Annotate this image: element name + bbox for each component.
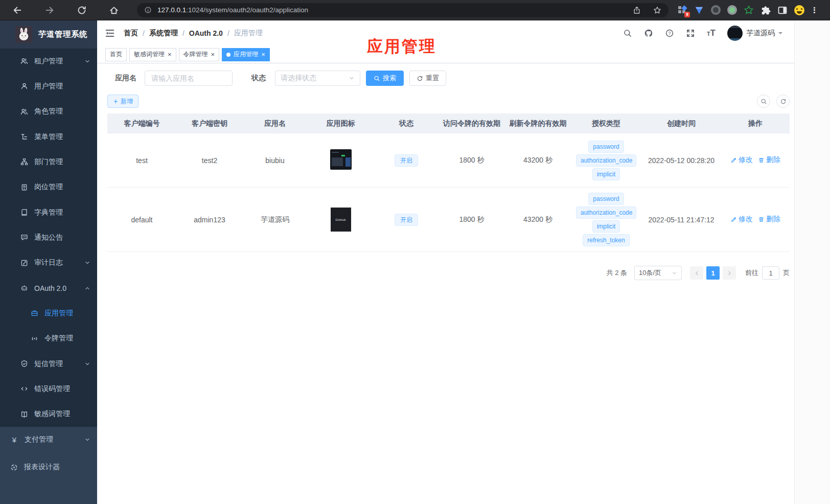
sidebar-item-oauth2-token[interactable]: 令牌管理 <box>0 326 97 351</box>
sidebar-item-tenant[interactable]: 租户管理 <box>0 49 97 74</box>
navbar-actions: 芋道源码 <box>623 26 782 41</box>
reload-icon[interactable] <box>77 5 87 15</box>
browser-menu-icon[interactable]: ⋮ <box>811 6 818 15</box>
close-icon[interactable]: × <box>211 51 215 58</box>
pencil-icon <box>730 216 737 223</box>
delete-label: 删除 <box>766 155 780 165</box>
status-select-placeholder: 请选择状态 <box>281 74 316 83</box>
sidebar-item-dict[interactable]: 字典管理 <box>0 200 97 225</box>
sidebar-item-role[interactable]: 角色管理 <box>0 99 97 124</box>
sidebar-item-label: 短信管理 <box>34 359 63 369</box>
grid-square <box>678 6 681 9</box>
notebook-icon <box>20 209 28 216</box>
sidebar-item-dept[interactable]: 部门管理 <box>0 149 97 174</box>
tab-sensitive-word[interactable]: 敏感词管理× <box>129 48 176 61</box>
sidebar-item-user[interactable]: 用户管理 <box>0 74 97 99</box>
back-icon[interactable] <box>12 5 22 15</box>
breadcrumb-system[interactable]: 系统管理 <box>149 29 178 38</box>
sidebar-item-pay[interactable]: 支付管理 <box>0 427 97 452</box>
toggle-search-button[interactable] <box>757 95 770 108</box>
tab-token[interactable]: 令牌管理× <box>179 48 220 61</box>
sidebar-item-notice[interactable]: 通知公告 <box>0 225 97 250</box>
sidebar-item-menu[interactable]: 菜单管理 <box>0 124 97 149</box>
help-icon[interactable] <box>665 29 674 38</box>
user-menu[interactable]: 芋道源码 <box>727 26 782 41</box>
side-panel-icon[interactable] <box>777 5 788 15</box>
cell-created-at: 2022-05-11 21:47:12 <box>641 188 721 252</box>
extension-star-icon[interactable] <box>744 5 754 15</box>
status-select[interactable]: 请选择状态 <box>275 71 360 86</box>
users-icon <box>20 108 28 116</box>
goto-page-input[interactable] <box>762 266 779 280</box>
site-info-icon[interactable] <box>144 6 152 14</box>
sidebar-item-oauth2[interactable]: OAuth 2.0 <box>0 276 97 301</box>
grant-type-tag: implicit <box>592 220 620 233</box>
grant-type-tag: authorization_code <box>576 154 636 167</box>
forward-icon[interactable] <box>44 5 55 15</box>
chevron-right-icon <box>726 270 733 277</box>
search-icon[interactable] <box>623 29 632 38</box>
add-button-label: 新增 <box>121 97 133 106</box>
app-name-input[interactable] <box>145 71 233 86</box>
page-size-select[interactable]: 10条/页 <box>634 266 682 280</box>
reset-button[interactable]: 重置 <box>409 71 446 86</box>
sidebar-item-sms[interactable]: 短信管理 <box>0 351 97 376</box>
delete-link[interactable]: 删除 <box>758 155 780 165</box>
grant-type-tag: password <box>588 141 624 153</box>
edit-square-icon <box>20 259 28 267</box>
close-icon[interactable]: × <box>261 51 265 58</box>
delete-link[interactable]: 删除 <box>758 215 780 224</box>
user-avatar[interactable] <box>727 26 743 41</box>
edit-link[interactable]: 修改 <box>730 215 753 224</box>
sidebar-item-label: 审计日志 <box>34 258 63 267</box>
github-icon[interactable] <box>644 29 653 38</box>
address-bar[interactable]: 127.0.0.1:1024/system/oauth2/oauth2/appl… <box>137 3 668 17</box>
table-row: test test2 biubiu 开启 1800 秒 43200 秒 pass… <box>107 133 790 188</box>
close-icon[interactable]: × <box>168 51 172 58</box>
bookmark-star-icon[interactable] <box>653 6 661 14</box>
sidebar-item-post[interactable]: 岗位管理 <box>0 175 97 200</box>
breadcrumb-home[interactable]: 首页 <box>124 29 138 38</box>
sidebar-item-sensitive-word[interactable]: 敏感词管理 <box>0 402 97 427</box>
search-button[interactable]: 搜索 <box>366 71 404 86</box>
chevron-down-icon <box>84 361 90 367</box>
cell-status: 开启 <box>374 188 439 252</box>
extension-circle-icon[interactable] <box>711 5 721 15</box>
font-size-icon[interactable] <box>707 28 716 38</box>
refresh-table-button[interactable] <box>776 95 790 108</box>
share-icon[interactable] <box>633 6 641 14</box>
sidebar-item-error-code[interactable]: 错误码管理 <box>0 376 97 401</box>
edit-link[interactable]: 修改 <box>730 155 753 165</box>
extension-v-icon[interactable] <box>694 5 704 15</box>
profile-avatar[interactable] <box>794 5 804 15</box>
next-page-button[interactable] <box>723 266 736 280</box>
hamburger-icon[interactable] <box>105 28 115 38</box>
tabs-bar: 首页 敏感词管理× 令牌管理× 应用管理× <box>97 46 830 63</box>
cell-actions: 修改删除 <box>721 188 790 252</box>
current-page-button[interactable]: 1 <box>706 266 720 280</box>
tab-home[interactable]: 首页 <box>105 48 127 61</box>
home-icon[interactable] <box>109 5 119 15</box>
url-text: 127.0.0.1:1024/system/oauth2/oauth2/appl… <box>157 6 308 14</box>
fullscreen-icon[interactable] <box>686 29 695 38</box>
app-icon-thumbnail <box>330 149 352 170</box>
add-button[interactable]: 新增 <box>107 95 139 108</box>
sidebar-item-audit-log[interactable]: 审计日志 <box>0 250 97 276</box>
breadcrumb-current: 应用管理 <box>234 29 263 38</box>
tab-application[interactable]: 应用管理× <box>222 48 270 61</box>
red-annotation: 应用管理 <box>367 36 436 57</box>
filter-form: 应用名 状态 请选择状态 搜索 重置 <box>107 71 790 86</box>
breadcrumb-separator: / <box>182 29 185 37</box>
extensions-puzzle-icon[interactable] <box>760 5 771 15</box>
cell-app-icon: GitHub <box>307 188 374 252</box>
sidebar-item-oauth2-application[interactable]: 应用管理 <box>0 301 97 326</box>
breadcrumb-oauth2[interactable]: OAuth 2.0 <box>189 29 223 37</box>
extension-grid-icon[interactable]: 9 <box>677 5 687 15</box>
sidebar-item-report-designer[interactable]: 报表设计器 <box>0 452 97 482</box>
extension-dot-icon[interactable] <box>727 5 737 15</box>
refresh-icon <box>780 98 787 105</box>
prev-page-button[interactable] <box>690 266 703 280</box>
user-icon <box>20 82 28 90</box>
sidebar-logo[interactable]: 芋道管理系统 <box>0 20 97 49</box>
cell-client-id: test <box>107 133 176 188</box>
